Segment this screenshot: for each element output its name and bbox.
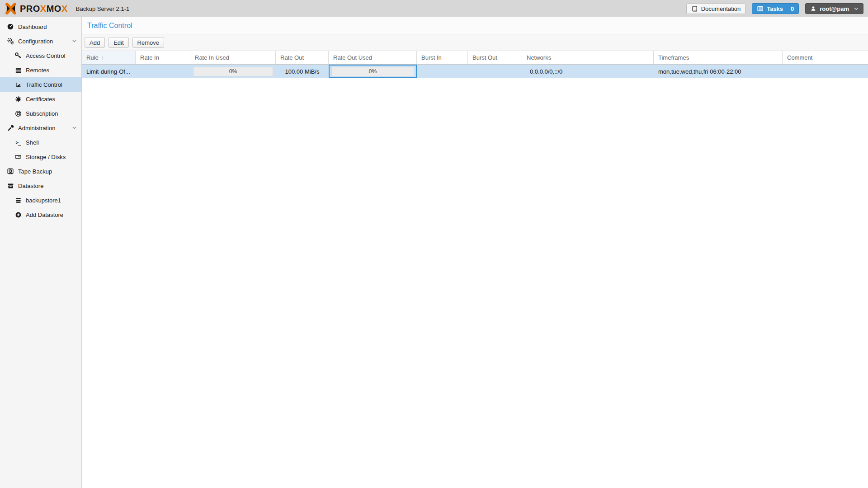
sidebar-item-administration[interactable]: Administration [0,121,81,135]
column-label: Comment [787,54,812,61]
cell-rate-in-used[interactable]: 0% [190,65,276,78]
user-menu-button[interactable]: root@pam [805,3,863,14]
remove-button[interactable]: Remove [132,37,164,48]
column-header-rate-in-used[interactable]: Rate In Used [190,51,276,64]
sidebar-item-shell[interactable]: >_ Shell [0,135,81,150]
sidebar-item-label: Add Datastore [26,211,63,218]
bar-chart-icon [14,81,22,88]
proxmox-brand: PROXMOX Backup Server 2.1-1 [5,3,129,14]
cell-timeframes[interactable]: mon,tue,wed,thu,fri 06:00-22:00 [654,65,783,78]
cell-burst-out[interactable] [468,65,522,78]
sidebar-item-remotes[interactable]: Remotes [0,63,81,77]
page-title: Traffic Control [87,22,132,30]
sidebar-item-backupstore1[interactable]: backupstore1 [0,193,81,207]
cell-rule[interactable]: Limit-during-Of... [82,65,136,78]
rate-in-used-value: 0% [229,68,237,75]
chevron-down-icon [854,7,859,10]
grid-toolbar: Add Edit Remove [82,34,868,51]
key-icon [14,52,22,59]
sidebar-item-traffic-control[interactable]: Traffic Control [0,77,81,92]
sidebar-item-label: Certificates [26,96,55,103]
sidebar-item-label: Datastore [18,183,43,189]
user-icon [810,5,816,12]
column-label: Networks [527,54,551,61]
sidebar-item-label: Dashboard [18,23,47,30]
column-header-rate-out[interactable]: Rate Out [276,51,329,64]
table-row[interactable]: Limit-during-Of... 0% 100.00 MiB/s 0% 0.… [82,65,868,78]
top-bar: PROXMOX Backup Server 2.1-1 Documentatio… [0,0,868,17]
wrench-icon [6,124,14,131]
hdd-icon [14,153,22,160]
column-label: Rate In Used [195,54,229,61]
cell-rate-out-used-focused[interactable]: 0% [329,65,417,78]
column-header-networks[interactable]: Networks [522,51,654,64]
cell-comment[interactable] [783,65,868,78]
proxmox-wordmark: PROXMOX [20,4,68,14]
sidebar-item-label: Administration [18,125,55,131]
sidebar-item-access-control[interactable]: Access Control [0,48,81,63]
rate-in-used-progressbar: 0% [193,67,273,76]
column-header-burst-in[interactable]: Burst In [417,51,468,64]
sidebar-item-label: Traffic Control [26,81,62,88]
column-label: Burst Out [472,54,497,61]
gears-icon [6,38,14,45]
networks-value: 0.0.0.0/0,::/0 [530,68,562,75]
tasks-label: Tasks [767,5,783,12]
remotes-list-icon [14,66,22,74]
dashboard-gauge-icon [6,23,14,30]
sidebar-item-add-datastore[interactable]: Add Datastore [0,207,81,222]
archive-icon [6,182,14,189]
column-header-burst-out[interactable]: Burst Out [468,51,522,64]
column-label: Burst In [421,54,442,61]
app-body: Dashboard Configuration Access Control R… [0,17,868,488]
collapse-caret-icon[interactable] [72,127,76,129]
terminal-icon: >_ [14,139,22,146]
tasks-count-badge: 0 [791,5,794,12]
collapse-caret-icon[interactable] [72,40,76,42]
panel-header: Traffic Control [82,17,868,34]
sidebar-item-dashboard[interactable]: Dashboard [0,19,81,34]
sidebar-item-storage-disks[interactable]: Storage / Disks [0,150,81,164]
column-header-comment[interactable]: Comment [783,51,868,64]
tasks-button[interactable]: Tasks 0 [752,3,799,14]
proxmox-logo-icon [5,3,17,14]
column-label: Rate In [140,54,159,61]
column-label: Rate Out Used [333,54,372,61]
wordmark-seg: MO [47,4,61,14]
add-button[interactable]: Add [85,37,105,48]
rate-out-used-progressbar: 0% [331,67,414,76]
column-header-timeframes[interactable]: Timeframes [654,51,783,64]
cell-burst-in[interactable] [417,65,468,78]
sidebar-item-label: Configuration [18,38,53,45]
sidebar-item-datastore[interactable]: Datastore [0,178,81,193]
sidebar-item-label: Shell [26,139,39,146]
sidebar-item-label: Subscription [26,110,58,117]
certificate-icon [14,95,22,103]
edit-button[interactable]: Edit [108,37,128,48]
cell-rate-in[interactable] [136,65,190,78]
cell-rate-out[interactable]: 100.00 MiB/s [276,65,329,78]
column-header-rate-out-used[interactable]: Rate Out Used [329,51,417,64]
wordmark-seg-accent: X [61,4,68,14]
timeframes-value: mon,tue,wed,thu,fri 06:00-22:00 [658,68,741,75]
column-header-rate-in[interactable]: Rate In [136,51,190,64]
sidebar-item-certificates[interactable]: Certificates [0,92,81,106]
column-header-rule[interactable]: Rule ↑ [82,51,136,64]
database-icon [14,197,22,204]
sidebar-item-label: backupstore1 [26,197,61,204]
rule-value: Limit-during-Of... [86,68,130,75]
product-version-label: Backup Server 2.1-1 [76,5,130,12]
task-list-icon [757,5,764,12]
sidebar-item-configuration[interactable]: Configuration [0,34,81,48]
column-label: Timeframes [658,54,689,61]
sidebar-item-tape-backup[interactable]: Tape Backup [0,164,81,178]
documentation-button[interactable]: Documentation [686,3,745,14]
plus-circle-icon [14,211,22,218]
sidebar-item-label: Access Control [26,52,65,59]
cell-networks[interactable]: 0.0.0.0/0,::/0 [522,65,654,78]
wordmark-seg: PRO [20,4,40,14]
wordmark-seg-accent: X [40,4,47,14]
sidebar-item-subscription[interactable]: Subscription [0,106,81,121]
navigation-sidebar: Dashboard Configuration Access Control R… [0,17,82,488]
column-label: Rate Out [280,54,304,61]
